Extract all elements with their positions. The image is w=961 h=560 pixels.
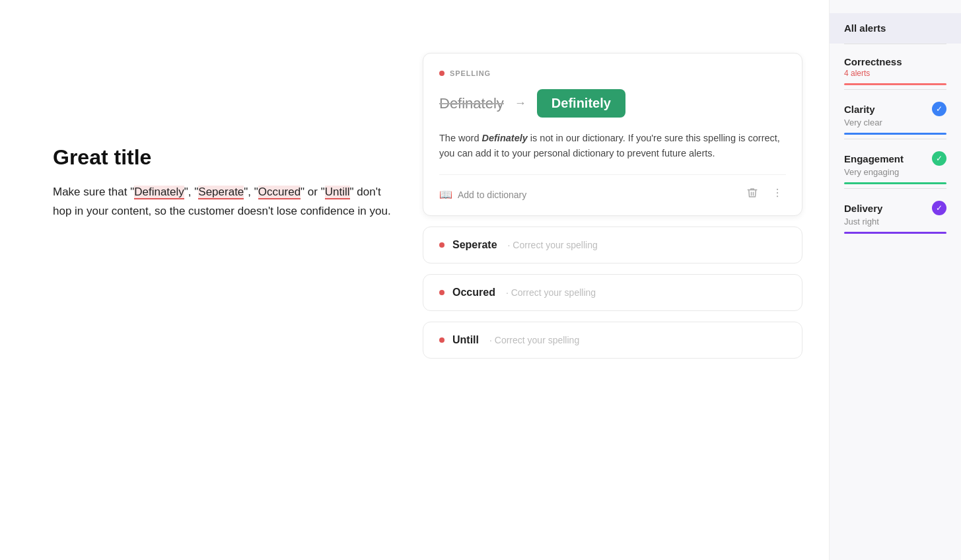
section-title-delivery: Delivery: [844, 203, 882, 214]
wrong-word: Definately: [439, 95, 504, 112]
add-to-dictionary-button[interactable]: 📖 Add to dictionary: [439, 188, 526, 201]
correctness-count: 4 alerts: [844, 69, 946, 78]
explanation-bold: Definately: [481, 133, 527, 143]
section-header-engagement: Engagement ✓: [844, 151, 946, 166]
section-title-clarity: Clarity: [844, 104, 875, 115]
section-title-correctness: Correctness: [844, 56, 902, 67]
delete-button[interactable]: [744, 184, 761, 205]
error-hint: · Correct your spelling: [508, 240, 598, 250]
error-dot: [439, 337, 445, 343]
clarity-check-icon: ✓: [932, 102, 946, 116]
svg-point-1: [777, 192, 778, 193]
section-title-engagement: Engagement: [844, 153, 904, 164]
error-item-occured[interactable]: Occured · Correct your spelling: [423, 274, 802, 311]
engagement-check-icon: ✓: [932, 151, 946, 166]
svg-point-0: [777, 189, 778, 190]
error-item-untill[interactable]: Untill · Correct your spelling: [423, 322, 802, 359]
misspelled-definately[interactable]: Definately: [134, 186, 184, 199]
correction-row: Definately → Definitely: [439, 89, 786, 118]
sidebar-section-clarity[interactable]: Clarity ✓ Very clear: [830, 90, 961, 139]
misspelled-occured[interactable]: Occured: [258, 186, 301, 199]
more-options-button[interactable]: [769, 184, 786, 205]
section-header-correctness: Correctness: [844, 56, 946, 67]
spelling-dot: [439, 71, 445, 76]
text-area: Great title Make sure that "Definately",…: [53, 40, 396, 534]
correctness-bar: [844, 83, 946, 85]
sidebar-section-engagement[interactable]: Engagement ✓ Very engaging: [830, 139, 961, 188]
error-dot: [439, 290, 445, 295]
explanation-text: The word Definately is not in our dictio…: [439, 131, 786, 161]
sidebar-item-all-alerts[interactable]: All alerts: [830, 13, 961, 44]
error-hint: · Correct your spelling: [506, 287, 596, 298]
sidebar-section-delivery[interactable]: Delivery ✓ Just right: [830, 189, 961, 238]
main-content: Great title Make sure that "Definately",…: [0, 0, 829, 560]
engagement-sub: Very engaging: [844, 167, 946, 177]
card-actions: 📖 Add to dictionary: [439, 174, 786, 205]
clarity-bar: [844, 133, 946, 135]
book-icon: 📖: [439, 188, 452, 201]
misspelled-untill[interactable]: Untill: [325, 186, 350, 199]
spelling-card-definately: SPELLING Definately → Definitely The wor…: [423, 53, 802, 216]
article-body: Make sure that "Definately", "Seperate",…: [53, 183, 396, 221]
delivery-check-icon: ✓: [932, 201, 946, 215]
sidebar: All alerts Correctness 4 alerts Clarity …: [829, 0, 961, 560]
error-dot: [439, 242, 445, 248]
error-word: Untill: [452, 334, 479, 346]
clarity-sub: Very clear: [844, 118, 946, 127]
page-title: Great title: [53, 145, 396, 170]
sidebar-item-label: All alerts: [844, 22, 886, 34]
alerts-panel: SPELLING Definately → Definitely The wor…: [423, 40, 802, 534]
delivery-sub: Just right: [844, 217, 946, 227]
delivery-bar: [844, 232, 946, 234]
sidebar-section-correctness[interactable]: Correctness 4 alerts: [830, 44, 961, 89]
error-hint: · Correct your spelling: [489, 335, 579, 345]
error-word: Seperate: [452, 239, 497, 251]
section-header-clarity: Clarity ✓: [844, 102, 946, 116]
error-item-seperate[interactable]: Seperate · Correct your spelling: [423, 227, 802, 263]
action-icons: [744, 184, 786, 205]
error-word: Occured: [452, 287, 495, 298]
arrow-icon: →: [515, 96, 526, 110]
svg-point-2: [777, 196, 778, 197]
correct-word: Definitely: [537, 89, 625, 118]
misspelled-seperate[interactable]: Seperate: [198, 186, 244, 199]
section-header-delivery: Delivery ✓: [844, 201, 946, 215]
engagement-bar: [844, 182, 946, 184]
spelling-label: SPELLING: [439, 69, 786, 77]
